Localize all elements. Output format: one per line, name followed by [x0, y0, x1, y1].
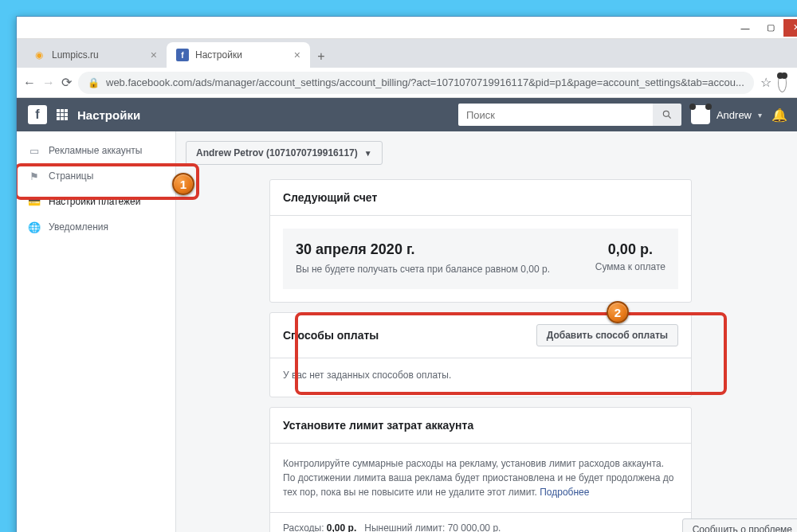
window-close-button[interactable]: ✕	[783, 19, 797, 37]
back-button[interactable]: ←	[23, 73, 36, 92]
window-minimize-button[interactable]: —	[732, 19, 758, 37]
bookmark-button[interactable]: ☆	[760, 75, 771, 90]
no-payment-methods-text: У вас нет заданных способов оплаты.	[270, 358, 691, 397]
bill-summary: 30 апреля 2020 г. Вы не будете получать …	[283, 229, 678, 289]
fb-header: f Настройки Andrew ▾ 🔔 ▾	[17, 98, 797, 131]
tab-title: Lumpics.ru	[52, 49, 99, 61]
sidebar-item-notifications[interactable]: 🌐 Уведомления	[17, 214, 175, 240]
chevron-down-icon: ▼	[364, 149, 372, 158]
bill-date: 30 апреля 2020 г.	[296, 241, 571, 258]
browser-tabbar: ◉ Lumpics.ru × f Настройки × +	[17, 39, 797, 68]
search-input[interactable]	[458, 104, 653, 126]
sidebar-item-label: Настройки платежей	[49, 196, 140, 207]
spending-limit-panel: Установите лимит затрат аккаунта Контрол…	[269, 407, 692, 532]
account-label: Andrew Petrov (1071070719916117)	[196, 147, 358, 158]
next-bill-panel: Следующий счет 30 апреля 2020 г. Вы не б…	[269, 179, 692, 303]
account-selector[interactable]: Andrew Petrov (1071070719916117) ▼	[186, 141, 383, 165]
profile-avatar[interactable]	[778, 73, 787, 92]
learn-more-link[interactable]: Подробнее	[540, 487, 589, 498]
wallet-icon: 💳	[28, 195, 41, 208]
annotation-badge-1: 1	[172, 173, 194, 195]
lock-icon: 🔒	[88, 77, 100, 88]
browser-addressbar: ← → ⟳ 🔒 web.facebook.com/ads/manager/acc…	[17, 68, 797, 98]
url-text: web.facebook.com/ads/manager/account_set…	[106, 76, 744, 88]
bill-amount: 0,00 р.	[595, 241, 665, 258]
annotation-badge-2: 2	[607, 301, 629, 323]
panel-title: Следующий счет	[270, 180, 691, 216]
page-title: Настройки	[77, 108, 140, 122]
close-icon[interactable]: ×	[151, 49, 157, 61]
facebook-icon: f	[176, 49, 189, 61]
close-icon[interactable]: ×	[294, 49, 300, 61]
sun-icon: ◉	[33, 49, 45, 61]
page-content: f Настройки Andrew ▾ 🔔 ▾ ▭ Рекламные	[17, 98, 797, 532]
tab-title: Настройки	[195, 49, 242, 61]
forward-button[interactable]: →	[42, 73, 55, 92]
sidebar-item-label: Уведомления	[49, 221, 108, 233]
browser-tab-settings[interactable]: f Настройки ×	[167, 42, 310, 68]
sidebar-item-ad-accounts[interactable]: ▭ Рекламные аккаунты	[17, 138, 175, 163]
browser-menu-button[interactable]: ⋮	[793, 73, 797, 92]
panel-title: Установите лимит затрат аккаунта	[270, 408, 691, 444]
sidebar-item-label: Страницы	[49, 170, 93, 182]
new-tab-button[interactable]: +	[310, 45, 332, 68]
main-column: Andrew Petrov (1071070719916117) ▼ Следу…	[176, 131, 797, 532]
globe-icon: 🌐	[28, 221, 41, 233]
sidebar-item-label: Рекламные аккаунты	[49, 145, 142, 156]
payment-methods-panel: Способы оплаты Добавить способ оплаты У …	[269, 312, 692, 397]
window-maximize-button[interactable]: ▢	[758, 19, 783, 37]
facebook-logo[interactable]: f	[28, 105, 47, 124]
chevron-down-icon: ▾	[758, 111, 762, 119]
sidebar-item-payment-settings[interactable]: 💳 Настройки платежей	[17, 189, 175, 214]
sidebar: ▭ Рекламные аккаунты ⚑ Страницы 💳 Настро…	[17, 131, 176, 532]
svg-line-1	[669, 116, 671, 119]
flag-icon: ⚑	[28, 170, 41, 182]
bill-description: Вы не будете получать счета при балансе …	[296, 263, 571, 276]
report-problem-button[interactable]: Сообщить о проблеме	[682, 518, 797, 532]
bill-amount-label: Сумма к оплате	[595, 261, 665, 272]
svg-point-0	[663, 111, 669, 116]
user-menu[interactable]: Andrew ▾	[691, 105, 762, 124]
search-button[interactable]	[653, 104, 681, 126]
search-icon	[662, 109, 673, 120]
user-avatar-icon	[691, 105, 710, 124]
card-icon: ▭	[28, 144, 41, 157]
browser-window: — ▢ ✕ ◉ Lumpics.ru × f Настройки × + ← →…	[16, 16, 797, 532]
expense-row: Расходы: 0,00 р. Нынешний лимит: 70 000,…	[270, 512, 691, 532]
reload-button[interactable]: ⟳	[61, 73, 72, 92]
notifications-button[interactable]: 🔔	[771, 108, 787, 123]
limit-description: Контролируйте суммарные расходы на рекла…	[283, 456, 678, 499]
browser-tab-lumpics[interactable]: ◉ Lumpics.ru ×	[23, 42, 167, 68]
apps-menu-icon[interactable]	[57, 109, 68, 120]
window-titlebar: — ▢ ✕	[17, 17, 797, 39]
username: Andrew	[717, 109, 752, 121]
fb-body: ▭ Рекламные аккаунты ⚑ Страницы 💳 Настро…	[17, 131, 797, 532]
panel-title: Способы оплаты	[283, 329, 379, 342]
search-box	[458, 104, 681, 126]
url-field[interactable]: 🔒 web.facebook.com/ads/manager/account_s…	[78, 72, 754, 94]
sidebar-item-pages[interactable]: ⚑ Страницы	[17, 163, 175, 189]
add-payment-method-button[interactable]: Добавить способ оплаты	[536, 324, 678, 346]
